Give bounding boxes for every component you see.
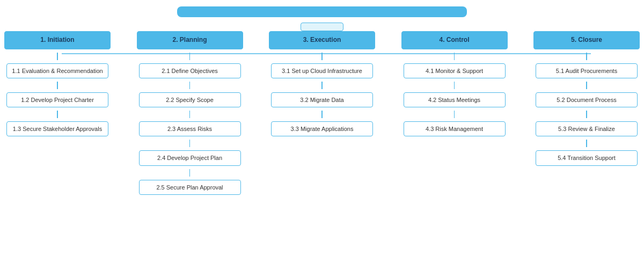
column-col4: 4. Control4.1 Monitor & Support4.2 Statu…	[401, 31, 508, 136]
child-node-col1-2: 1.3 Secure Stakeholder Approvals	[6, 121, 108, 136]
child-node-col5-1: 5.2 Document Process	[536, 92, 638, 107]
connector-line	[321, 53, 323, 60]
connector-line	[189, 53, 191, 60]
child-node-col2-1: 2.2 Specify Scope	[139, 92, 241, 107]
child-node-col3-0: 3.1 Set up Cloud Infrastructure	[271, 63, 373, 78]
level1-node-col2: 2. Planning	[137, 31, 243, 49]
wbs-diagram: 1. Initiation1.1 Evaluation & Recommenda…	[4, 23, 640, 195]
level1-node-col1: 1. Initiation	[4, 31, 111, 49]
column-col5: 5. Closure5.1 Audit Procurements5.2 Docu…	[533, 31, 640, 166]
connector-line	[586, 111, 587, 118]
column-col3: 3. Execution3.1 Set up Cloud Infrastruct…	[269, 31, 375, 136]
connector-line	[321, 82, 323, 89]
level1-node-col5: 5. Closure	[533, 31, 640, 49]
level1-node-col3: 3. Execution	[269, 31, 375, 49]
connector-line	[586, 140, 587, 147]
child-node-col3-2: 3.3 Migrate Applications	[271, 121, 373, 136]
connector-line	[189, 140, 191, 147]
column-col2: 2. Planning2.1 Define Objectives2.2 Spec…	[137, 31, 243, 195]
child-node-col4-0: 4.1 Monitor & Support	[404, 63, 506, 78]
level1-node-col4: 4. Control	[401, 31, 508, 49]
connector-line	[454, 53, 455, 60]
child-node-col4-1: 4.2 Status Meetings	[404, 92, 506, 107]
connector-line	[189, 169, 191, 177]
child-node-col2-4: 2.5 Secure Plan Approval	[139, 180, 241, 195]
connector-line	[321, 111, 323, 118]
page: 1. Initiation1.1 Evaluation & Recommenda…	[0, 0, 644, 277]
child-node-col5-2: 5.3 Review & Finalize	[536, 121, 638, 136]
child-node-col3-1: 3.2 Migrate Data	[271, 92, 373, 107]
child-node-col2-2: 2.3 Assess Risks	[139, 121, 241, 136]
child-node-col2-0: 2.1 Define Objectives	[139, 63, 241, 78]
root-node	[301, 23, 343, 31]
connector-line	[57, 82, 58, 89]
connector-line	[586, 82, 587, 89]
connector-line	[57, 111, 58, 118]
child-node-col1-1: 1.2 Develop Project Charter	[6, 92, 108, 107]
child-node-col1-0: 1.1 Evaluation & Recommendation	[6, 63, 108, 78]
child-node-col5-0: 5.1 Audit Procurements	[536, 63, 638, 78]
connector-line	[57, 53, 58, 60]
child-node-col5-3: 5.4 Transition Support	[536, 150, 638, 165]
child-node-col4-2: 4.3 Risk Management	[404, 121, 506, 136]
connector-line	[586, 53, 587, 60]
column-col1: 1. Initiation1.1 Evaluation & Recommenda…	[4, 31, 111, 136]
connector-line	[189, 82, 191, 89]
connector-line	[454, 111, 455, 118]
child-node-col2-3: 2.4 Develop Project Plan	[139, 150, 241, 165]
connector-line	[454, 82, 455, 89]
connector-line	[189, 111, 191, 118]
page-title	[177, 6, 467, 17]
